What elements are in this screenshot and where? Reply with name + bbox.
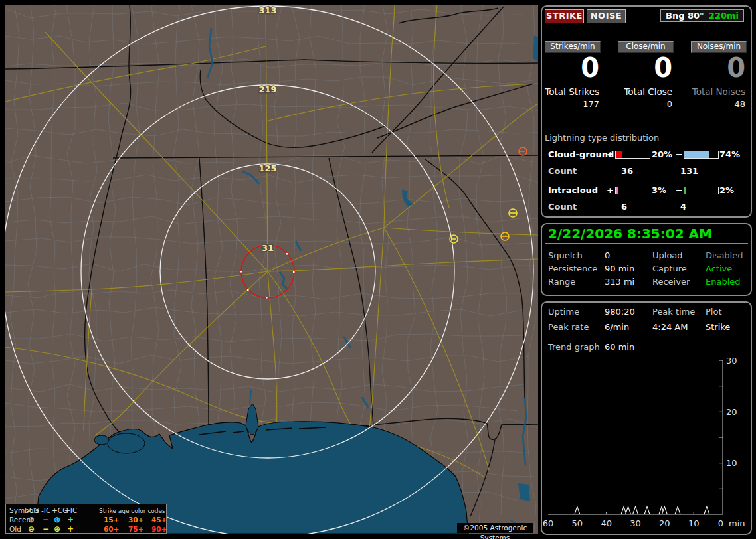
- ic-count-label: Count: [548, 202, 577, 212]
- x-tick-20: 20: [659, 518, 670, 528]
- total-noises-label: Total Noises: [691, 86, 745, 97]
- neg-ic-bar: [684, 187, 719, 194]
- uptime-value: 980:20: [605, 307, 635, 317]
- bearing-value: Bng 80°: [666, 11, 704, 21]
- cloud-ground-label: Cloud-ground: [548, 149, 614, 159]
- status-panel: 2/22/2026 8:35:02 AM Squelch 0 Upload Di…: [541, 223, 752, 296]
- plot-label: Plot: [706, 307, 722, 317]
- peak-time-value: 4:24 AM: [652, 322, 688, 332]
- neg-ic-percent: 2%: [719, 185, 734, 195]
- legend-age-45: 45+: [151, 516, 167, 524]
- map-legend: Symbols -CG -IC +CG +IC Strike age color…: [5, 504, 167, 534]
- x-axis-unit: min: [729, 518, 745, 528]
- noises-per-min-button[interactable]: Noises/min: [691, 41, 747, 53]
- circle-minus-icon: ⊖: [28, 516, 35, 524]
- ring-label-31: 31: [262, 243, 274, 253]
- lake-pontchartrain: [108, 433, 145, 453]
- total-strikes-label: Total Strikes: [545, 86, 599, 97]
- bearing-range-value: 220mi: [709, 11, 739, 21]
- trend-axes: [548, 360, 723, 514]
- x-tick-30: 30: [630, 518, 641, 528]
- legend-age-75: 75+: [128, 525, 143, 533]
- trend-panel: Uptime 980:20 Peak time Plot Peak rate 6…: [541, 301, 752, 535]
- trend-graph-label: Trend graph: [548, 342, 600, 352]
- y-tick-10: 10: [726, 458, 737, 468]
- x-tick-40: 40: [601, 518, 612, 528]
- bearing-display[interactable]: Bng 80° 220mi: [660, 9, 744, 22]
- pos-cg-bar: [615, 151, 650, 159]
- x-tick-0: 0: [718, 518, 723, 528]
- distribution-title: Lightning type distribution: [545, 133, 748, 145]
- trend-spikes: [575, 506, 709, 514]
- y-tick-30: 30: [726, 356, 737, 366]
- peak-rate-label: Peak rate: [548, 322, 589, 332]
- x-tick-50: 50: [572, 518, 583, 528]
- ring-label-219: 219: [258, 84, 276, 94]
- circle-plus-icon: ⊕: [54, 516, 60, 524]
- receiver-label: Receiver: [652, 277, 690, 287]
- plus-sign: +: [607, 149, 614, 159]
- strike-mode-button[interactable]: STRIKE: [545, 9, 584, 23]
- circle-minus-icon: ⊖: [28, 525, 35, 533]
- neg-cg-bar: [684, 151, 719, 159]
- persistence-value: 90 min: [605, 264, 634, 273]
- strikes-per-min-value: 0: [545, 54, 599, 81]
- ring-label-313: 313: [258, 5, 276, 15]
- minus-sign: −: [676, 185, 683, 195]
- x-tick-10: 10: [688, 518, 700, 528]
- pos-ic-percent: 3%: [652, 185, 666, 195]
- uptime-label: Uptime: [548, 307, 579, 317]
- legend-age-15: 15+: [104, 516, 119, 524]
- trend-graph: 30 20 10 60 50 40 30 20 10 0 min: [542, 356, 751, 532]
- legend-old-label: Old: [9, 525, 21, 533]
- capture-label: Capture: [652, 264, 687, 273]
- plus-icon: +: [67, 525, 74, 533]
- minus-icon: −: [43, 525, 49, 533]
- datetime-display: 2/22/2026 8:35:02 AM: [548, 226, 712, 242]
- pos-ic-bar: [615, 187, 650, 194]
- peak-time-label: Peak time: [652, 307, 695, 317]
- range-label: Range: [548, 277, 575, 287]
- minus-icon: −: [43, 516, 49, 524]
- persistence-label: Persistence: [548, 264, 597, 273]
- neg-cg-count: 131: [680, 166, 698, 176]
- datetime-underline: [545, 243, 748, 244]
- pos-cg-percent: 20%: [652, 149, 672, 159]
- total-close-label: Total Close: [618, 86, 672, 97]
- copyright-bar: ©2005 Astrogenic Systems: [457, 523, 533, 533]
- pos-cg-count: 36: [621, 166, 633, 176]
- pos-ic-count: 6: [621, 202, 627, 212]
- legend-header-nic: -IC: [41, 506, 50, 514]
- app-window: { "map": { "ring_labels": ["313", "219",…: [0, 0, 756, 539]
- upload-status: Disabled: [706, 250, 743, 260]
- plot-mode-value: Strike: [706, 322, 730, 332]
- total-noises-value: 48: [691, 99, 745, 109]
- cg-count-label: Count: [548, 166, 577, 176]
- total-close-value: 0: [618, 99, 672, 109]
- trend-tick-labels: 30 20 10 60 50 40 30 20 10 0 min: [543, 356, 745, 528]
- strikes-per-min-button[interactable]: Strikes/min: [545, 41, 601, 53]
- x-tick-60: 60: [543, 518, 554, 528]
- squelch-value: 0: [605, 250, 610, 260]
- total-strikes-value: 177: [545, 99, 599, 109]
- strike-counters-panel: STRIKE NOISE Bng 80° 220mi Strikes/min 0…: [541, 5, 752, 218]
- legend-header-pic: +IC: [64, 506, 77, 514]
- close-per-min-button[interactable]: Close/min: [618, 41, 674, 53]
- legend-age-title: Strike age color codes: [99, 507, 165, 515]
- trend-window-value: 60 min: [605, 342, 634, 352]
- legend-age-30: 30+: [128, 516, 143, 524]
- plus-sign: +: [607, 185, 614, 195]
- close-per-min-value: 0: [618, 54, 672, 81]
- legend-header-ncg: -CG: [27, 506, 39, 514]
- lightning-map[interactable]: 313 219 125 31: [5, 5, 538, 534]
- minus-sign: −: [676, 149, 683, 159]
- legend-age-90: 90+: [151, 525, 167, 533]
- y-tick-20: 20: [726, 407, 737, 417]
- noise-mode-button[interactable]: NOISE: [587, 9, 626, 23]
- upload-label: Upload: [652, 250, 683, 260]
- intracloud-label: Intracloud: [548, 185, 598, 195]
- neg-cg-percent: 74%: [719, 149, 740, 159]
- circle-plus-icon: ⊕: [54, 525, 60, 533]
- plus-icon: +: [67, 516, 74, 524]
- range-value: 313 mi: [605, 277, 634, 287]
